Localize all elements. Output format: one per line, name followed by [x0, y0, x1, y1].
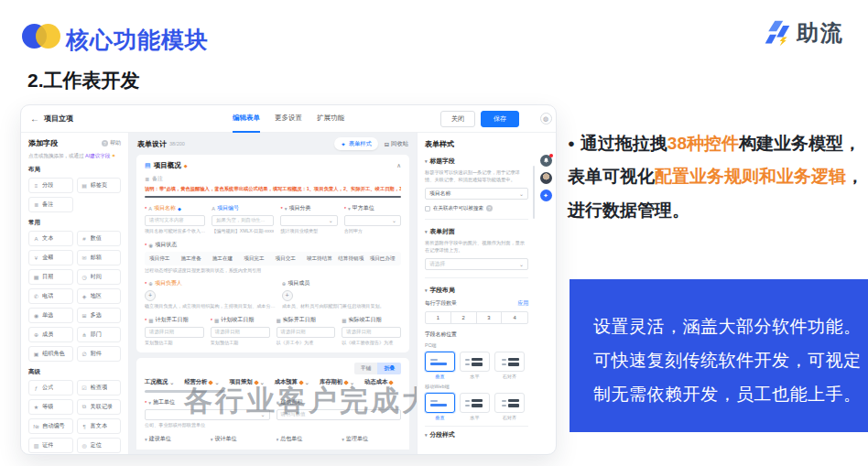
field-chip[interactable]: ⊕成员 — [28, 327, 73, 342]
status-option[interactable]: 施工准备 — [180, 255, 207, 262]
toggle-collapse-option[interactable]: 折叠 — [377, 363, 401, 374]
field-label-text: 设计单位 — [215, 435, 237, 443]
status-option[interactable]: 施工在建 — [212, 255, 239, 262]
label-position-option[interactable]: 水平 — [460, 352, 490, 380]
label-position-option[interactable]: 右对齐 — [494, 352, 525, 380]
orange-diamond-icon — [254, 380, 259, 385]
field-chip[interactable]: ƒ公式 — [28, 380, 73, 396]
text-input[interactable]: 请选择日期 — [211, 327, 270, 338]
field-chip[interactable]: ⊞多选 — [77, 308, 122, 323]
cover-section-header[interactable]: ▾表单封面 — [425, 227, 528, 236]
text-input[interactable]: 请填写数值 — [277, 409, 402, 420]
column-count-option[interactable]: 2 — [451, 312, 477, 323]
label-position-option[interactable]: 垂直 — [425, 393, 455, 421]
assistant-button[interactable]: ◍ — [540, 113, 552, 125]
status-option[interactable]: 项目交工 — [276, 255, 302, 262]
back-arrow-icon[interactable]: ← — [30, 114, 39, 124]
text-input[interactable]: 请选择日期 — [145, 327, 204, 338]
window-topbar: ← 项目立项 编辑表单 更多设置 扩展功能 关闭 保存 — [21, 105, 556, 133]
select-control[interactable]: ⌄ — [344, 215, 401, 226]
notification-button[interactable] — [540, 155, 552, 167]
save-button[interactable]: 保存 — [481, 111, 519, 127]
sub-section-tab[interactable]: 工况概况⌄ — [145, 378, 174, 386]
ai-assistant-button[interactable]: ✦ — [540, 190, 552, 201]
field-label: *▦计划竣工日期 — [211, 316, 270, 324]
add-member-button[interactable]: + — [282, 290, 293, 301]
form-style-button[interactable]: ✦表单样式 — [334, 137, 377, 150]
text-input[interactable]: 请填写文本内容 — [145, 215, 205, 226]
field-chip[interactable]: ◈地区 — [77, 288, 122, 304]
ai-suggest-link[interactable]: AI建议字段 — [85, 153, 110, 158]
field-label: ▾设计单位 — [211, 435, 270, 443]
tab-edit-form[interactable]: 编辑表单 — [233, 105, 260, 133]
status-option[interactable]: 项目完工 — [244, 255, 270, 262]
sub-section-tab[interactable]: 动态成本 — [364, 378, 393, 386]
field-chip[interactable]: ◎定位 — [77, 438, 122, 453]
field-chip[interactable]: ★等级 — [28, 399, 73, 415]
field-chip[interactable]: №自动编号 — [28, 418, 73, 434]
tabs-scrollbar[interactable] — [145, 390, 225, 393]
field-chip[interactable]: ¥金额 — [28, 250, 73, 266]
canvas-title: 表单设计 — [137, 139, 167, 149]
searchable-checkbox[interactable]: 在关联表中可以被搜索 ? — [425, 205, 528, 211]
panel-scrollbar[interactable] — [533, 166, 535, 219]
segment-style-section-header[interactable]: ▾分段样式 — [425, 430, 528, 439]
select-control[interactable]: ⌄ — [280, 215, 337, 226]
column-count-option[interactable]: 4 — [502, 312, 527, 323]
label-position-option[interactable]: 水平 — [460, 393, 490, 421]
status-option[interactable]: 竣工待结算 — [307, 255, 333, 262]
field-chip[interactable]: A文本 — [28, 231, 73, 246]
text-input[interactable]: 请选择日期 — [277, 327, 336, 338]
field-chip[interactable]: #数值 — [77, 231, 122, 246]
select-control[interactable]: ⌄ — [145, 409, 270, 420]
apply-link[interactable]: 应用 — [517, 299, 528, 308]
field-label-text: 监理单位 — [346, 435, 368, 443]
member-icon: ⊕ — [33, 331, 39, 338]
field-chip[interactable]: ⧉关联记录 — [77, 399, 122, 415]
text-input[interactable]: 如果为空，则自动生... — [212, 215, 274, 226]
email-icon: ✉ — [81, 255, 88, 261]
field-chip[interactable]: ≣备注 — [28, 197, 73, 212]
text-icon: A — [212, 206, 215, 211]
close-button[interactable]: 关闭 — [440, 111, 475, 127]
field-chip[interactable]: ◉单选 — [28, 308, 73, 323]
checkbox-icon[interactable] — [425, 206, 430, 211]
field-chip[interactable]: ☑检查项 — [77, 380, 122, 396]
field-chip[interactable]: ▥证件 — [28, 438, 73, 453]
tab-extensions[interactable]: 扩展功能 — [317, 105, 344, 133]
cover-select[interactable]: 请选择⌄ — [425, 258, 528, 270]
field-chip[interactable]: ∅附件 — [77, 346, 122, 362]
status-option[interactable]: 结算待销项 — [338, 255, 364, 262]
sub-section-tab[interactable]: 成本预算⌄ — [275, 378, 309, 386]
field-chip[interactable]: ▦日期 — [28, 269, 73, 285]
field-chip[interactable]: ¶富文本 — [77, 418, 122, 434]
avatar[interactable] — [540, 172, 552, 184]
title-field-section-header[interactable]: ▾标题字段 — [425, 157, 528, 166]
sub-section-tab[interactable]: 经营分析⌄ — [184, 378, 219, 386]
field-chip[interactable]: ◷时间 — [77, 269, 122, 285]
title-field-select[interactable]: 项目名称⌄ — [425, 188, 528, 200]
field-chip[interactable]: ▤标签页 — [77, 178, 122, 193]
collapse-chevron-icon[interactable]: ∧ — [396, 162, 401, 169]
recycle-bin-button[interactable]: ⊟回收站 — [385, 140, 408, 148]
text-input[interactable]: 请选择日期 — [342, 327, 401, 338]
field-chip[interactable]: ✆电话 — [28, 288, 73, 304]
status-option[interactable]: 项目停工 — [149, 255, 176, 262]
add-member-button[interactable]: + — [145, 290, 156, 301]
label-position-option[interactable]: 垂直 — [425, 352, 455, 380]
field-chip[interactable]: ⋔部门 — [77, 327, 122, 342]
field-chip[interactable]: ≡分段 — [28, 178, 73, 193]
field-chip[interactable]: ✉邮箱 — [77, 250, 122, 266]
help-button[interactable]: ?帮助 — [102, 139, 121, 147]
status-option[interactable]: 项目已办理 — [370, 255, 396, 262]
toggle-tile-option[interactable]: 平铺 — [354, 363, 378, 374]
preview-row — [465, 399, 484, 403]
column-count-option[interactable]: 3 — [477, 312, 503, 323]
sub-section-tab[interactable]: 项目策划⌄ — [229, 378, 264, 386]
layout-section-header[interactable]: ▾字段布局 — [425, 286, 528, 295]
sub-section-tab[interactable]: 库存期初⌄ — [320, 378, 354, 386]
tab-more-settings[interactable]: 更多设置 — [275, 105, 302, 133]
column-count-option[interactable]: 1 — [426, 312, 451, 323]
label-position-option[interactable]: 右对齐 — [494, 393, 525, 421]
field-chip[interactable]: ▣组织角色 — [28, 346, 73, 362]
